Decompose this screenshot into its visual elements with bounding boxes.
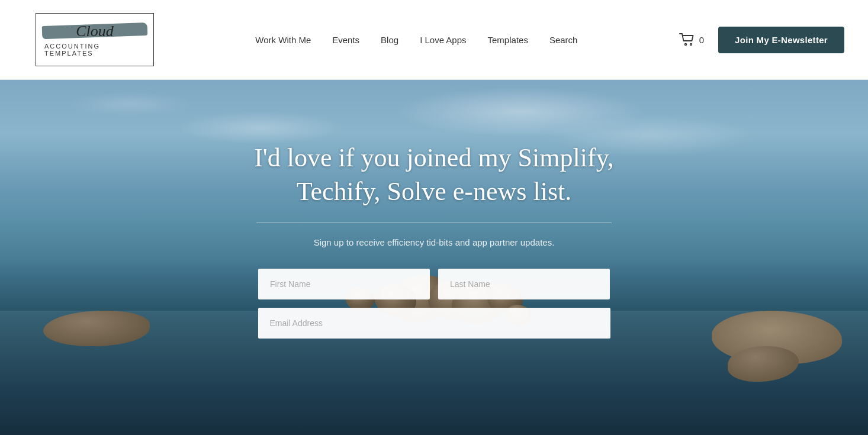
cart-count: 0 — [699, 35, 704, 45]
hero-title: I'd love if you joined my Simplify, Tech… — [239, 141, 629, 208]
last-name-input[interactable] — [438, 269, 610, 299]
hero-subtitle: Sign up to receive efficiency tid-bits a… — [239, 237, 629, 247]
logo-cloud-text: Cloud — [76, 22, 114, 40]
email-input[interactable] — [258, 308, 610, 339]
site-header: Cloud Accounting Templates Work With Me … — [0, 0, 868, 80]
nav-blog[interactable]: Blog — [381, 35, 398, 45]
nav-templates[interactable]: Templates — [488, 35, 528, 45]
newsletter-button[interactable]: Join My E-Newsletter — [718, 27, 844, 53]
hero-divider — [256, 223, 612, 223]
nav-events[interactable]: Events — [332, 35, 359, 45]
nav-i-love-apps[interactable]: I Love Apps — [420, 35, 466, 45]
nav-work-with-me[interactable]: Work With Me — [255, 35, 311, 45]
logo-subtitle-text: Accounting Templates — [44, 43, 145, 57]
main-nav: Work With Me Events Blog I Love Apps Tem… — [255, 35, 577, 45]
site-logo[interactable]: Cloud Accounting Templates — [36, 13, 154, 66]
cart-button[interactable]: 0 — [679, 33, 704, 46]
svg-point-0 — [684, 44, 686, 46]
first-name-input[interactable] — [258, 269, 430, 299]
cart-icon — [679, 33, 696, 46]
nav-search[interactable]: Search — [549, 35, 578, 45]
header-right: 0 Join My E-Newsletter — [679, 27, 844, 53]
name-fields-row — [239, 269, 629, 299]
hero-content: I'd love if you joined my Simplify, Tech… — [227, 141, 641, 339]
svg-point-1 — [690, 44, 692, 46]
hero-section: I'd love if you joined my Simplify, Tech… — [0, 80, 868, 435]
